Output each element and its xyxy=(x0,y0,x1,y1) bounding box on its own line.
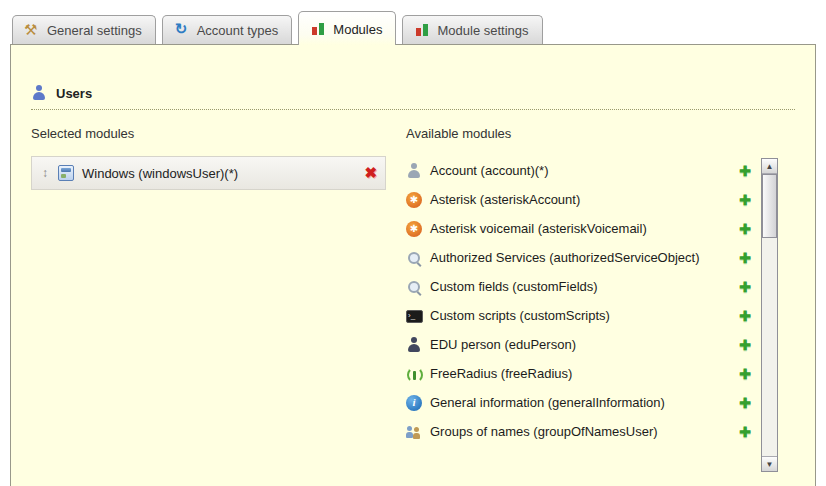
magnifier-icon xyxy=(406,279,422,295)
refresh-icon xyxy=(174,22,190,38)
scroll-down-button[interactable]: ▼ xyxy=(762,456,777,471)
wrench-icon xyxy=(24,22,40,38)
tab-module-settings[interactable]: Module settings xyxy=(402,15,542,44)
selected-module-row: ↕ Windows (windowsUser)(*) ✖ xyxy=(31,156,386,190)
add-icon[interactable]: ✚ xyxy=(739,163,751,179)
selected-modules-heading: Selected modules xyxy=(31,126,386,141)
available-module-label: Custom fields (customFields) xyxy=(430,279,731,294)
add-icon[interactable]: ✚ xyxy=(739,221,751,237)
user-icon xyxy=(31,85,47,101)
available-module-label: Account (account)(*) xyxy=(430,163,731,178)
available-module-row: Asterisk voicemail (asteriskVoicemail) ✚ xyxy=(406,214,751,243)
available-module-label: Asterisk voicemail (asteriskVoicemail) xyxy=(430,221,731,236)
selected-modules-list: ↕ Windows (windowsUser)(*) ✖ xyxy=(31,156,386,190)
add-icon[interactable]: ✚ xyxy=(739,279,751,295)
available-modules-heading: Available modules xyxy=(406,126,751,141)
available-module-row: EDU person (eduPerson) ✚ xyxy=(406,330,751,359)
drag-handle-icon[interactable]: ↕ xyxy=(40,166,50,180)
add-icon[interactable]: ✚ xyxy=(739,250,751,266)
add-icon[interactable]: ✚ xyxy=(739,337,751,353)
available-module-row: Authorized Services (authorizedServiceOb… xyxy=(406,243,751,272)
available-module-row: General information (generalInformation)… xyxy=(406,388,751,417)
modules-icon xyxy=(310,21,326,37)
available-module-label: Authorized Services (authorizedServiceOb… xyxy=(430,250,731,265)
available-module-row: Custom scripts (customScripts) ✚ xyxy=(406,301,751,330)
tab-label: Account types xyxy=(197,23,279,38)
selected-module-label: Windows (windowsUser)(*) xyxy=(82,166,356,181)
scrollbar-thumb[interactable] xyxy=(762,174,777,238)
account-icon xyxy=(406,163,422,179)
module-settings-icon xyxy=(414,22,430,38)
scrollbar-track[interactable] xyxy=(762,174,777,456)
delete-icon[interactable]: ✖ xyxy=(364,165,377,181)
section-header: Users xyxy=(31,85,795,110)
edu-person-icon xyxy=(406,337,422,353)
available-module-label: General information (generalInformation) xyxy=(430,395,731,410)
antenna-icon xyxy=(406,366,422,382)
modules-panel: Users Selected modules ↕ Windows (window… xyxy=(10,44,816,486)
add-icon[interactable]: ✚ xyxy=(739,395,751,411)
available-module-label: Custom scripts (customScripts) xyxy=(430,308,731,323)
available-module-row: FreeRadius (freeRadius) ✚ xyxy=(406,359,751,388)
available-modules-column: Available modules Account (account)(*) ✚… xyxy=(406,126,795,472)
asterisk-voicemail-icon xyxy=(406,221,422,237)
available-module-label: FreeRadius (freeRadius) xyxy=(430,366,731,381)
tab-label: General settings xyxy=(47,23,142,38)
groups-icon xyxy=(406,424,422,440)
selected-modules-column: Selected modules ↕ Windows (windowsUser)… xyxy=(31,126,386,472)
tab-general-settings[interactable]: General settings xyxy=(12,15,156,44)
section-title: Users xyxy=(56,86,92,101)
scrollbar[interactable]: ▲ ▼ xyxy=(761,158,778,472)
tab-label: Modules xyxy=(333,22,382,37)
tab-bar: General settings Account types Modules M… xyxy=(0,0,826,44)
available-modules-list: Account (account)(*) ✚ Asterisk (asteris… xyxy=(406,156,751,446)
add-icon[interactable]: ✚ xyxy=(739,308,751,324)
module-columns: Selected modules ↕ Windows (windowsUser)… xyxy=(31,126,795,472)
windows-icon xyxy=(58,165,74,181)
available-module-row: Asterisk (asteriskAccount) ✚ xyxy=(406,185,751,214)
script-icon xyxy=(406,308,422,324)
available-module-row: Custom fields (customFields) ✚ xyxy=(406,272,751,301)
available-module-label: Asterisk (asteriskAccount) xyxy=(430,192,731,207)
available-module-row: Account (account)(*) ✚ xyxy=(406,156,751,185)
scroll-up-button[interactable]: ▲ xyxy=(762,159,777,174)
available-module-label: Groups of names (groupOfNamesUser) xyxy=(430,424,731,439)
tab-label: Module settings xyxy=(437,23,528,38)
available-module-label: EDU person (eduPerson) xyxy=(430,337,731,352)
info-icon xyxy=(406,395,422,411)
available-module-row: Groups of names (groupOfNamesUser) ✚ xyxy=(406,417,751,446)
add-icon[interactable]: ✚ xyxy=(739,192,751,208)
tab-account-types[interactable]: Account types xyxy=(162,15,293,44)
add-icon[interactable]: ✚ xyxy=(739,366,751,382)
add-icon[interactable]: ✚ xyxy=(739,424,751,440)
magnifier-icon xyxy=(406,250,422,266)
asterisk-icon xyxy=(406,192,422,208)
tab-modules[interactable]: Modules xyxy=(298,11,396,45)
